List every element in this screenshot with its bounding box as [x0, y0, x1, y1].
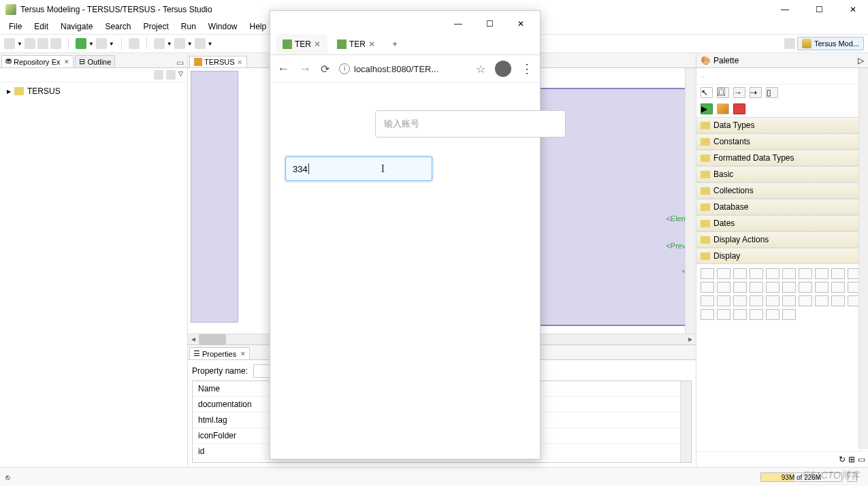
palette-action-icon[interactable]: ▭	[858, 455, 865, 464]
palette-action-icon[interactable]: ⊞	[848, 455, 855, 464]
widget-icon[interactable]	[815, 295, 829, 306]
vertical-scrollbar[interactable]	[685, 68, 696, 334]
close-icon[interactable]: ✕	[368, 39, 375, 49]
palette-category[interactable]: Display Actions	[696, 231, 868, 248]
palette-category[interactable]: Basic	[696, 166, 868, 182]
dropdown-icon[interactable]: ▼	[89, 41, 94, 47]
widget-icon[interactable]	[733, 309, 747, 320]
widget-icon[interactable]	[750, 295, 763, 306]
tab-outline[interactable]: ⊟ Outline	[75, 55, 115, 67]
tab-repository[interactable]: ⛃ Repository Ex ✕	[1, 55, 74, 67]
close-icon[interactable]: ✕	[237, 59, 242, 66]
widget-icon[interactable]	[701, 268, 714, 279]
menu-run[interactable]: Run	[176, 20, 201, 33]
menu-file[interactable]: File	[4, 20, 27, 33]
widget-icon[interactable]	[701, 309, 714, 320]
print-icon[interactable]	[50, 38, 61, 49]
new-tab-button[interactable]: +	[387, 37, 402, 52]
brush-icon[interactable]: ﹅	[701, 71, 709, 80]
palette-category[interactable]: Display	[696, 248, 868, 264]
tree-node[interactable]: ▸ TERSUS	[7, 86, 180, 96]
scroll-left-icon[interactable]: ◂	[188, 334, 199, 344]
widget-icon[interactable]	[766, 295, 779, 306]
widget-icon[interactable]	[815, 282, 829, 293]
scroll-right-icon[interactable]: ▸	[685, 334, 696, 344]
config-icon[interactable]	[96, 38, 107, 49]
maximize-button[interactable]: ☐	[809, 3, 829, 16]
dropdown-icon[interactable]: ▼	[17, 41, 22, 47]
dropdown-icon[interactable]: ▼	[187, 41, 193, 47]
browser-tab[interactable]: TER ✕	[276, 34, 327, 54]
vertical-scrollbar[interactable]	[680, 381, 691, 462]
widget-icon[interactable]	[717, 309, 730, 320]
vertical-scrollbar[interactable]	[858, 68, 868, 449]
close-icon[interactable]: ✕	[314, 39, 321, 49]
browser-tab[interactable]: TER ✕	[330, 34, 382, 54]
widget-icon[interactable]	[831, 268, 845, 279]
note-tool-icon[interactable]: ▯	[766, 87, 778, 98]
widget-icon[interactable]	[701, 295, 714, 306]
new-icon[interactable]	[4, 38, 15, 49]
tab-properties[interactable]: ☰ Properties ✕	[189, 347, 250, 359]
select-tool-icon[interactable]: ↖	[701, 87, 713, 98]
palette-category[interactable]: Collections	[696, 182, 868, 199]
menu-kebab-icon[interactable]: ⋮	[521, 61, 533, 76]
widget-icon[interactable]	[733, 268, 747, 279]
close-button[interactable]: ✕	[843, 3, 863, 16]
widget-icon[interactable]	[701, 282, 714, 293]
minimize-button[interactable]: —	[775, 3, 794, 16]
run-tool-icon[interactable]: ▶	[701, 103, 713, 114]
save-icon[interactable]	[25, 38, 35, 49]
expand-icon[interactable]: ▸	[7, 86, 11, 96]
widget-icon[interactable]	[782, 282, 796, 293]
menu-project[interactable]: Project	[138, 20, 173, 33]
widget-icon[interactable]	[782, 309, 796, 320]
model-box[interactable]	[191, 71, 238, 323]
palette-category[interactable]: Constants	[696, 133, 868, 150]
widget-icon[interactable]	[782, 295, 796, 306]
nav-icon[interactable]	[154, 38, 165, 49]
widget-icon[interactable]	[799, 282, 812, 293]
browser-minimize-button[interactable]: —	[449, 16, 468, 31]
nav2-icon[interactable]	[174, 38, 185, 49]
account-input[interactable]: 输入账号	[375, 110, 566, 137]
widget-icon[interactable]	[750, 309, 763, 320]
value-input[interactable]: 334 I	[285, 157, 432, 181]
saveall-icon[interactable]	[37, 38, 48, 49]
widget-icon[interactable]	[750, 268, 763, 279]
collapse-icon[interactable]	[154, 70, 163, 80]
stop-tool-icon[interactable]	[733, 103, 745, 114]
forward-button[interactable]: →	[299, 62, 311, 76]
menu-navigate[interactable]: Navigate	[56, 20, 97, 33]
scroll-thumb[interactable]	[199, 334, 226, 344]
step-tool-icon[interactable]	[717, 103, 729, 114]
nav3-icon[interactable]	[195, 38, 206, 49]
menu-window[interactable]: Window	[204, 20, 242, 33]
perspective-button[interactable]: Tersus Mod...	[797, 37, 864, 50]
minimize-view-icon[interactable]: ▭	[176, 58, 186, 67]
info-icon[interactable]: i	[339, 63, 350, 74]
palette-category[interactable]: Dates	[696, 215, 868, 231]
widget-icon[interactable]	[717, 295, 730, 306]
widget-icon[interactable]	[782, 268, 796, 279]
widget-icon[interactable]	[733, 282, 747, 293]
profile-avatar[interactable]	[495, 61, 511, 77]
widget-icon[interactable]	[717, 282, 730, 293]
open-perspective-icon[interactable]	[784, 38, 795, 49]
palette-category[interactable]: Database	[696, 199, 868, 215]
palette-category[interactable]: Formatted Data Types	[696, 150, 868, 166]
dropdown-icon[interactable]: ▼	[109, 41, 114, 47]
widget-icon[interactable]	[799, 268, 812, 279]
widget-icon[interactable]	[733, 295, 747, 306]
search-tool-icon[interactable]	[129, 38, 140, 49]
marquee-tool-icon[interactable]: ⿴	[717, 87, 729, 98]
arrow-tool-icon[interactable]: →	[733, 87, 745, 98]
editor-tab[interactable]: TERSUS ✕	[189, 56, 247, 67]
dropdown-icon[interactable]: ▼	[167, 41, 172, 47]
address-bar[interactable]: i localhost:8080/TER...	[339, 63, 466, 74]
widget-icon[interactable]	[831, 282, 845, 293]
palette-category[interactable]: Data Types	[696, 117, 868, 133]
link-icon[interactable]	[166, 70, 176, 80]
widget-icon[interactable]	[766, 309, 779, 320]
widget-icon[interactable]	[717, 268, 730, 279]
